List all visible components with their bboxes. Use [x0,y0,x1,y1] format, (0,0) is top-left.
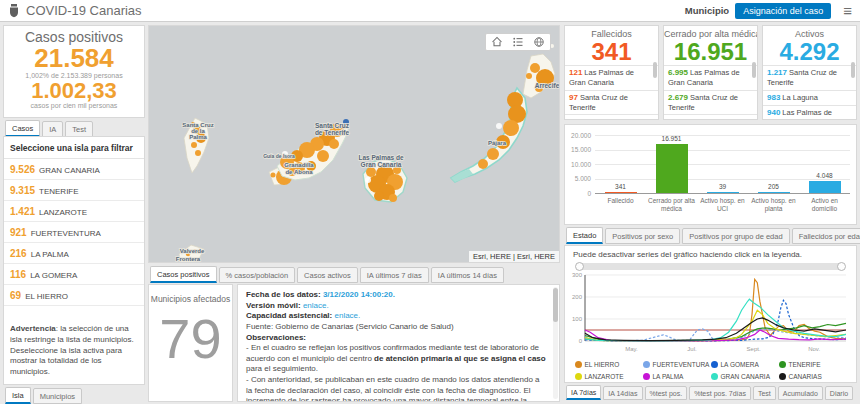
map-attribution: Esri, HERE | Esri, HERE [469,251,559,262]
legend-swatch [711,373,718,380]
tab-casos-positivos[interactable]: Casos positivos [150,266,217,283]
stat-row-label: La Laguna [782,93,817,102]
info-line: Fuente: Gobierno de Canarias (Servicio C… [246,322,547,333]
legend-item-gran-canaria[interactable]: GRAN CANARIA [711,371,779,382]
island-row-el-hierro[interactable]: 69EL HIERRO [4,285,144,306]
basemap-icon[interactable] [533,36,545,48]
map-canvas: Santa Cruz de la Palma Valverde Frontera… [149,26,559,262]
y-axis-tick: 20.000 [565,132,591,139]
card-scrollbar[interactable] [851,62,855,78]
label-granadilla-de-abona-2: de Abona [285,169,313,175]
tab-ia-7dias[interactable]: IA 7días [566,385,601,400]
stat-card-value: 341 [565,39,658,65]
tab-casos-activos[interactable]: Casos activos [297,267,358,283]
tab-casos[interactable]: Casos [5,120,40,137]
y-axis-tick: 5.000 [565,175,591,182]
island-list: 9.526GRAN CANARIA9.315TENERIFE1.421LANZA… [4,159,144,306]
island-row-la-gomera[interactable]: 116LA GOMERA [4,264,144,285]
tab-diario[interactable]: Diario [825,386,853,400]
x-axis-tick: May. [625,346,638,352]
info-link[interactable]: enlace. [303,301,329,310]
island-row-fuerteventura[interactable]: 921FUERTEVENTURA [4,222,144,243]
menu-icon[interactable]: ≡ [843,3,852,18]
island-count: 9.526 [10,164,35,175]
card-scrollbar[interactable] [752,62,756,78]
legend-item-la-gomera[interactable]: LA GOMERA [711,359,779,370]
home-icon[interactable] [491,36,503,48]
legend-item-lanzarote[interactable]: LANZAROTE [575,371,643,382]
stat-row-value: 121 [569,68,582,77]
legend-item-la-palma[interactable]: LA PALMA [643,371,711,382]
label-guia-de-isora: Guía de Isora [263,153,295,159]
island-name: EL HIERRO [25,292,68,301]
map[interactable]: Santa Cruz de la Palma Valverde Frontera… [148,25,560,263]
data-info-panel: Fecha de los datos: 3/12/2020 14:00:20.V… [237,284,560,402]
tab-isla[interactable]: Isla [5,387,31,404]
tab-test[interactable]: Test [753,386,776,400]
info-link[interactable]: enlace. [334,311,360,320]
stat-row-santa-cruz-de-tenerife: 97Santa Cruz de Tenerife [565,90,658,114]
stat-card-value: 4.292 [763,39,856,65]
island-name: LA PALMA [31,250,69,259]
info-line: Fecha de los datos: 3/12/2020 14:00:20. [246,290,547,301]
island-count: 1.421 [10,206,35,217]
time-range-slider[interactable] [577,263,844,270]
tab-ia-ultimos-7-dias[interactable]: IA últimos 7 días [360,267,429,283]
legend-list-icon[interactable] [512,36,524,48]
bar-activo-en-domicilio [809,181,841,193]
stat-row-santa-cruz-de-tenerife: 1.217Santa Cruz de Tenerife [763,65,856,89]
assign-case-button[interactable]: Asignación del caso [735,3,831,19]
legend-label: TENERIFE [789,361,821,368]
stat-card-value: 16.951 [664,39,757,65]
bar-value-label: 4.048 [799,172,850,179]
bar-value-label: 16.951 [646,135,697,142]
legend-swatch [643,373,650,380]
card-scrollbar[interactable] [653,62,657,78]
tab-positivos-por-sexo[interactable]: Positivos por sexo [605,228,680,244]
tab-municipios[interactable]: Municipios [33,388,82,404]
tab-ia[interactable]: IA [42,121,63,137]
bar-category-label: Cerrado por alta médica [647,197,696,213]
legend-item-tenerife[interactable]: TENERIFE [779,359,847,370]
label-frontera: Frontera [176,256,201,262]
tab-test-pos-7dias[interactable]: %test pos. 7días [689,386,751,400]
slider-handle-right[interactable] [837,262,846,271]
incidence-rate-caption: casos por cien mil personas [4,102,144,109]
legend-item-canarias[interactable]: CANARIAS [779,371,847,382]
legend-item-el-hierro[interactable]: EL HIERRO [575,359,643,370]
tab-test-pos[interactable]: %test pos. [645,386,688,400]
bar-value-label: 39 [697,183,748,190]
stat-row-label: La Laguna [690,117,725,120]
info-scrollbar[interactable] [553,287,558,399]
island-row-tenerife[interactable]: 9.315TENERIFE [4,180,144,201]
tab-positivos-por-grupo-de-edad[interactable]: Positivos por grupo de edad [682,228,789,244]
tab-ia-ultimos-14-dias[interactable]: IA últimos 14 días [431,267,504,283]
tab-test[interactable]: Test [65,121,93,137]
y-axis-tick: 0 [565,190,591,197]
tab-fallecidos-por-edad-y-sexo[interactable]: Fallecidos por edad y sexo [792,228,860,244]
x-axis-tick: Sept. [747,346,761,352]
tab-ia-14dias[interactable]: IA 14días [603,386,642,400]
left-scope-tabs: IslaMunicipios [5,387,82,404]
stat-cards-row: Fallecidos341121Las Palmas de Gran Canar… [564,25,857,120]
bar-category-label: Activo hosp. en planta [749,197,798,213]
stat-card-cerrado-por-alta-medica: Cerrado por alta médica16.9516.995Las Pa… [663,25,758,120]
island-row-gran-canaria[interactable]: 9.526GRAN CANARIA [4,159,144,180]
island-count: 9.315 [10,185,35,196]
stat-row-santa-cruz-de-tenerife: 2.679Santa Cruz de Tenerife [664,90,757,114]
slider-handle-left[interactable] [575,262,584,271]
legend-label: GRAN CANARIA [721,373,770,380]
label-las-palmas-de-gran-canaria-2: Gran Canaria [361,161,402,168]
affected-municipalities-card: Municipios afectados 79 [148,284,233,402]
stat-card-fallecidos: Fallecidos341121Las Palmas de Gran Canar… [564,25,659,120]
bar-plot: 05.00010.00015.00020.000341Fallecido16.9… [565,125,856,224]
tab-casos-poblacion[interactable]: % casos/población [219,267,296,283]
legend-label: LA PALMA [653,373,684,380]
island-row-la-palma[interactable]: 216LA PALMA [4,243,144,264]
series-el-hierro [585,279,846,340]
tab-estado[interactable]: Estado [566,227,603,244]
island-row-lanzarote[interactable]: 1.421LANZAROTE [4,201,144,222]
legend-item-fuerteventura[interactable]: FUERTEVENTURA [643,359,711,370]
stat-card-activos: Activos4.2921.217Santa Cruz de Tenerife9… [762,25,857,120]
tab-acumulado[interactable]: Acumulado [778,386,823,400]
